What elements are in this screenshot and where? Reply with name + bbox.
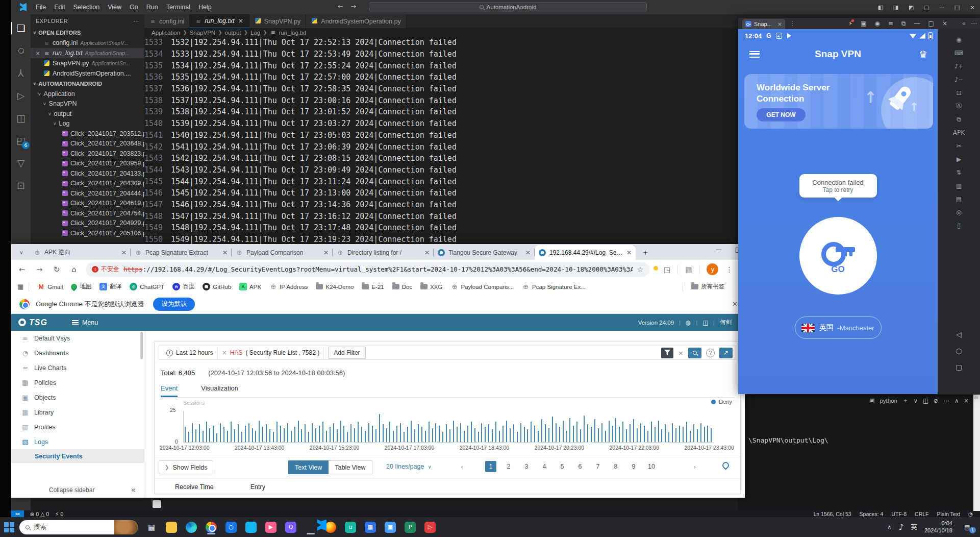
new-tab-button[interactable]: ＋ (639, 246, 652, 259)
security-chip[interactable]: ! 不安全 (92, 265, 119, 274)
hidden-icons-chevron[interactable]: ∧ (887, 524, 891, 530)
premium-crown-icon[interactable]: ♛ (919, 48, 927, 60)
tree-file[interactable]: Click_20241017_203512.png (31, 129, 144, 139)
location-icon[interactable]: ◎ (941, 207, 977, 217)
layout-sidebar-icon[interactable]: ◧ (873, 4, 888, 11)
volume-down-icon[interactable]: ♪− (941, 74, 977, 85)
media-app-icon[interactable]: ▶ (264, 520, 278, 535)
sidebar-item-objects[interactable]: ▣Objects (11, 390, 144, 405)
page-10[interactable]: 10 (646, 461, 657, 472)
tsg-globe-icon[interactable]: ◍ (686, 319, 691, 326)
android-home-button[interactable]: ○ (938, 347, 980, 355)
server-selector[interactable]: 英国 -Manchester (795, 316, 882, 339)
red-app-icon[interactable]: ▷ (423, 520, 437, 535)
browser-minimize-button[interactable]: — (716, 246, 722, 253)
qq-icon[interactable] (244, 520, 258, 535)
emulator-tab-close-icon[interactable]: × (777, 21, 782, 28)
lines-per-page-select[interactable]: 20 lines/page∨ (386, 463, 432, 470)
emulator-close-button[interactable]: × (942, 20, 947, 27)
new-terminal-icon[interactable]: ＋ (902, 397, 909, 404)
install-apk-icon[interactable]: APK (941, 127, 977, 138)
collapse-sidebar-button[interactable]: Collapse sidebar « (11, 485, 144, 495)
menu-help[interactable]: Help (194, 2, 216, 13)
run-debug-icon[interactable]: ▷ (13, 88, 29, 103)
encoding[interactable]: UTF-8 (891, 511, 907, 517)
menu-view[interactable]: View (104, 2, 125, 13)
tree-file[interactable]: Click_20241017_204133.png (31, 168, 144, 179)
tab-visualization[interactable]: Visualization (201, 384, 238, 397)
boost-icon[interactable]: ⚡ (848, 20, 852, 27)
sidebar-item-profiles[interactable]: ▥Profiles (11, 420, 144, 434)
help-icon[interactable]: ? (706, 349, 715, 357)
tree-folder-Log[interactable]: ∨Log (31, 119, 144, 129)
bookmark-item[interactable]: 文翻译 (99, 283, 121, 290)
tsg-console-icon[interactable]: ◫ (702, 319, 708, 326)
add-filter-button[interactable]: Add Filter (328, 347, 365, 359)
pycharm-icon[interactable]: P (404, 520, 417, 535)
bookmark-item[interactable]: ⊕Pcap Signature Ex... (522, 283, 586, 290)
bookmark-item[interactable]: ⊕Payload Comparis... (451, 283, 514, 290)
layout-panel-icon[interactable]: ◨ (888, 4, 903, 11)
table-view-button[interactable]: Table View (329, 460, 372, 474)
tab-close-icon[interactable]: ✕ (525, 249, 531, 256)
tab-event[interactable]: Event (161, 384, 178, 397)
terminal-dropdown-icon[interactable]: ∨ (914, 397, 918, 404)
tree-file[interactable]: Click_20241017_204309.png (31, 179, 144, 189)
tree-file[interactable]: Click_20241017_204444.png (31, 188, 144, 199)
tab-close-icon[interactable]: ✕ (626, 249, 632, 256)
bookmark-item[interactable]: Doc (392, 284, 412, 290)
edge-icon[interactable] (185, 520, 198, 535)
shake-icon[interactable]: ▥ (941, 180, 977, 191)
browser-tab[interactable]: ⊕ APK 逆向✕ (30, 245, 131, 260)
breadcrumb-item[interactable]: run_log.txt (279, 30, 307, 36)
text-view-button[interactable]: Text View (288, 460, 329, 474)
open-editor-item[interactable]: AndroidSystemOperation.... (31, 68, 144, 79)
tree-file[interactable]: Click_20241017_205106.png (31, 228, 144, 238)
page-8[interactable]: 8 (610, 461, 621, 472)
volume-up-icon[interactable]: ♪+ (941, 61, 977, 71)
cursor-position[interactable]: Ln 1566, Col 53 (813, 511, 851, 517)
page-1[interactable]: 1 (485, 461, 496, 472)
bookmark-item[interactable]: 地图 (71, 283, 91, 290)
open-editor-item[interactable]: ×≡ run_log.txt Application\Snap... (31, 48, 144, 58)
auto-rotate-icon[interactable]: Ⓐ (941, 101, 977, 111)
shared-folder-icon[interactable]: ▤ (941, 193, 977, 204)
extensions-puzzle-icon[interactable]: ◳ (664, 265, 670, 274)
toolbar-more-icon[interactable]: ⋯ (971, 20, 977, 27)
notice-close-icon[interactable]: ✕ (732, 300, 738, 308)
export-icon[interactable]: ↗ (719, 348, 733, 358)
browser-tab[interactable]: ⊕ Payload Comparison✕ (232, 245, 333, 260)
bookmark-item[interactable]: XXG (420, 284, 442, 290)
app-menu-icon[interactable] (749, 51, 760, 58)
remove-filter-icon[interactable]: × (222, 349, 227, 356)
has-filter-chip[interactable]: ×HAS( Security Rule List , 7582 ) (218, 347, 324, 359)
sidebar-item-policies[interactable]: ▤Policies (11, 375, 144, 390)
remote-explorer-icon[interactable]: ◫ (13, 110, 29, 126)
panel-maximize-icon[interactable]: ∧ (954, 397, 959, 404)
sync-icon[interactable]: ⇅ (941, 167, 977, 178)
bookmark-item[interactable]: ⊕IP Address (269, 283, 308, 290)
tsg-logo[interactable]: TSG (18, 318, 47, 327)
search-sidebar-icon[interactable] (13, 43, 29, 58)
browser-tab[interactable]: ⊕ Pcap Signature Extract✕ (131, 245, 232, 260)
editor-tab[interactable]: SnapVPN.py (249, 14, 307, 28)
browser-tab[interactable]: Tiangou Secure Gateway✕ (434, 245, 535, 260)
go-connect-button[interactable]: GO (799, 217, 877, 295)
utools-icon[interactable]: u (344, 520, 357, 535)
next-page-icon[interactable]: › (693, 463, 696, 471)
menu-run[interactable]: Run (142, 2, 162, 13)
search-highlight-image[interactable] (114, 520, 138, 534)
maximize-button[interactable]: □ (949, 4, 965, 11)
page-6[interactable]: 6 (574, 461, 586, 472)
time-filter-chip[interactable]: Last 12 hours (162, 347, 218, 359)
extensions-icon[interactable]: ◰6 (13, 133, 29, 148)
terminal-scrollbar[interactable] (973, 395, 980, 511)
dev-tool-icon[interactable]: ▦ (364, 520, 377, 535)
open-editors-header[interactable]: ∨OPEN EDITORS (31, 28, 144, 38)
notifications-bell-icon[interactable]: ◔ (968, 511, 973, 517)
tree-folder-Application[interactable]: ∨Application (31, 89, 144, 99)
browser-tab[interactable]: ⊕ Directory listing for /✕ (333, 245, 434, 260)
layout-secondary-icon[interactable]: ◩ (903, 4, 919, 11)
get-now-button[interactable]: GET NOW (757, 108, 806, 121)
address-bar[interactable]: ! 不安全 https://192.168.44.29/#/Log_Securi… (86, 262, 649, 277)
